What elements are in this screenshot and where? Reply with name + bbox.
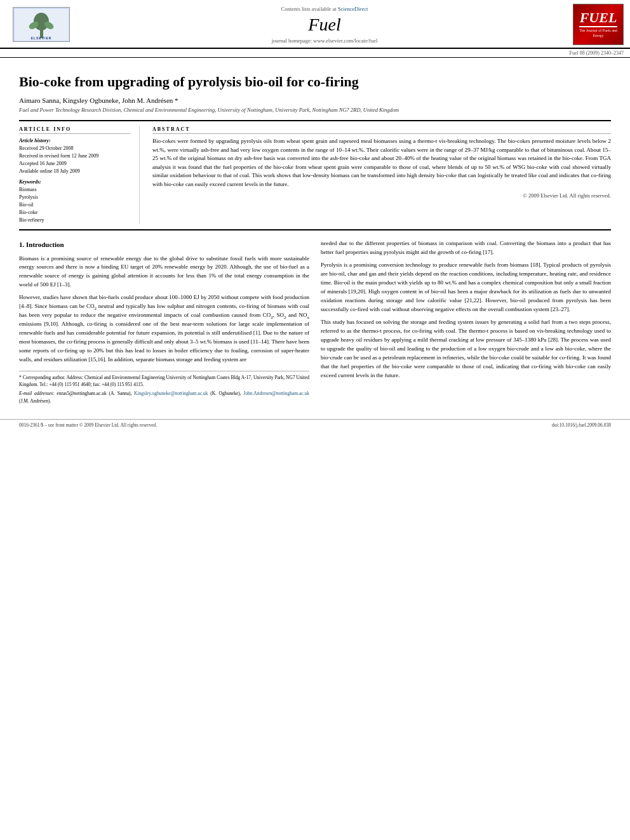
- article-authors: Aimaro Sanna, Kingsley Ogbuneke, John M.…: [19, 97, 611, 104]
- section1-heading: 1. Introduction: [19, 239, 309, 250]
- body-para-r2: Pyrolysis is a promising conversion tech…: [321, 261, 611, 314]
- accepted-date: Accepted 16 June 2009: [19, 160, 130, 168]
- journal-name: Fuel: [89, 15, 560, 35]
- abstract-text: Bio-cokes were formed by upgrading pyrol…: [152, 137, 611, 189]
- body-col-left: 1. Introduction Biomass is a promising s…: [19, 239, 309, 406]
- keywords-heading: Keywords:: [19, 179, 130, 185]
- fuel-logo-word: FUEL: [580, 11, 617, 25]
- fuel-logo-subtext: The Journal of Fuels and Energy: [578, 29, 619, 37]
- authors-text: Aimaro Sanna, Kingsley Ogbuneke, John M.…: [19, 97, 178, 104]
- article-history-heading: Article history:: [19, 138, 130, 143]
- body-columns: 1. Introduction Biomass is a promising s…: [19, 239, 611, 406]
- journal-header: ELSEVIER Contents lists available at Sci…: [0, 0, 630, 49]
- footnote-emails: E-mail addresses: enras5@nottingham.ac.u…: [19, 390, 309, 404]
- received-date: Received 29 October 2008: [19, 145, 130, 152]
- article-content: Bio-coke from upgrading of pyrolysis bio…: [0, 58, 630, 413]
- bottom-bar: 0016-2361/$ – see front matter © 2009 El…: [0, 419, 630, 430]
- svg-text:ELSEVIER: ELSEVIER: [30, 36, 51, 40]
- issn-text: 0016-2361/$ – see front matter © 2009 El…: [19, 422, 157, 428]
- article-affiliation: Fuel and Power Technology Research Divis…: [19, 107, 611, 114]
- abstract-section: ABSTRACT Bio-cokes were formed by upgrad…: [152, 126, 611, 224]
- sciencedirect-link[interactable]: ScienceDirect: [338, 6, 368, 12]
- copyright-line: © 2009 Elsevier Ltd. All rights reserved…: [152, 192, 611, 199]
- revised-date: Received in revised form 12 June 2009: [19, 152, 130, 160]
- body-para-2: However, studies have shown that bio-fue…: [19, 293, 309, 364]
- online-date: Available online 18 July 2009: [19, 168, 130, 175]
- article-title: Bio-coke from upgrading of pyrolysis bio…: [19, 73, 611, 91]
- fuel-logo-box: FUEL The Journal of Fuels and Energy: [573, 4, 624, 45]
- fuel-logo-line: [579, 26, 617, 27]
- abstract-heading: ABSTRACT: [152, 126, 611, 134]
- body-para-r3: This study has focused on solving the st…: [321, 318, 611, 380]
- keyword-bio-refinery: Bio-refinery: [19, 217, 130, 224]
- svg-point-2: [34, 13, 49, 30]
- keyword-bio-coke: Bio-coke: [19, 209, 130, 217]
- article-info-heading: ARTICLE INFO: [19, 126, 130, 134]
- sciencedirect-text: Contents lists available at: [281, 6, 337, 12]
- body-para-1: Biomass is a promising source of renewab…: [19, 255, 309, 290]
- sciencedirect-line: Contents lists available at ScienceDirec…: [89, 6, 560, 12]
- citation-line: Fuel 88 (2009) 2340–2347: [0, 49, 630, 58]
- article-info-box: ARTICLE INFO Article history: Received 2…: [19, 126, 140, 224]
- journal-center-info: Contents lists available at ScienceDirec…: [76, 6, 573, 44]
- body-para-r1: needed due to the different properties o…: [321, 239, 611, 257]
- header-divider: [19, 120, 611, 121]
- elsevier-logo-image: ELSEVIER: [13, 7, 70, 42]
- body-col-right: needed due to the different properties o…: [321, 239, 611, 406]
- section-divider: [19, 229, 611, 230]
- info-abstract-section: ARTICLE INFO Article history: Received 2…: [19, 126, 611, 224]
- keyword-bio-oil: Bio-oil: [19, 201, 130, 209]
- footnote-corresponding: * Corresponding author. Address: Chemica…: [19, 374, 309, 389]
- doi-text: doi:10.1016/j.fuel.2009.06.038: [552, 422, 611, 428]
- keyword-biomass: Biomass: [19, 186, 130, 194]
- keyword-pyrolysis: Pyrolysis: [19, 194, 130, 201]
- journal-homepage: journal homepage: www.elsevier.com/locat…: [89, 37, 560, 44]
- elsevier-logo: ELSEVIER: [6, 7, 76, 42]
- footnote-section: * Corresponding author. Address: Chemica…: [19, 371, 309, 404]
